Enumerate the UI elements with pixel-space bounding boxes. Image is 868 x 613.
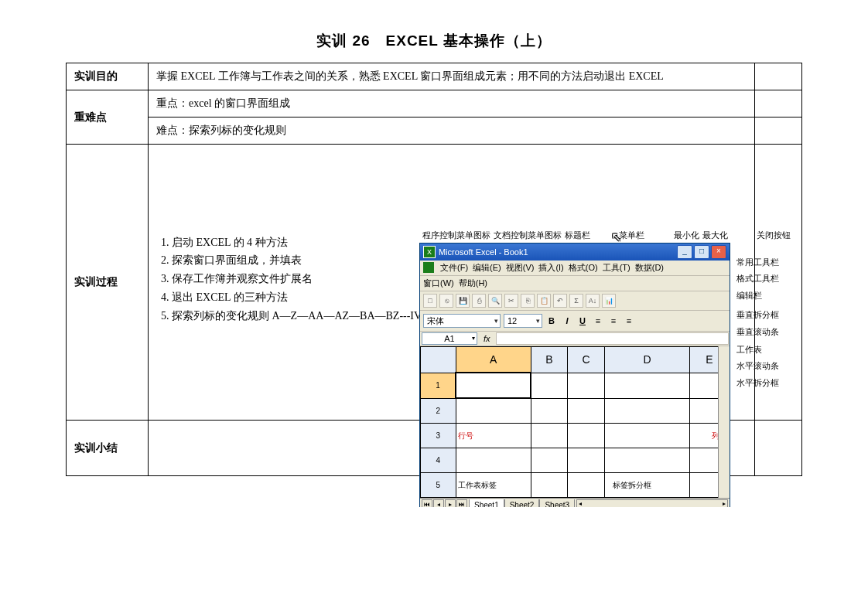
callout-std-toolbar: 常用工具栏 [736,257,779,268]
sheet1-tab[interactable]: Sheet1 [469,499,504,507]
tab-first[interactable]: ⏮ [422,499,432,507]
callout-titlebar: 标题栏 [565,230,590,241]
page-title: 实训 26 EXCEL 基本操作（上） [66,31,802,51]
purpose-label: 实训目的 [67,63,149,90]
col-c[interactable]: C [567,347,604,373]
menubar-2: 窗口(W) 帮助(H) [420,276,730,291]
excel-window: X Microsoft Excel - Book1 ↖ _ □ × 文件(F) … [419,243,730,507]
undo-button[interactable]: ↶ [553,294,567,308]
menu-edit[interactable]: 编辑(E) [473,262,501,274]
row-4[interactable]: 4 [421,448,456,473]
menubar: 文件(F) 编辑(E) 视图(V) 插入(I) 格式(O) 工具(T) 数据(D… [420,261,730,276]
callout-close: 关闭按钮 [757,230,791,241]
new-button[interactable]: □ [423,294,437,308]
menu-window[interactable]: 窗口(W) [423,278,454,289]
callout-worksheet: 工作表 [736,344,779,356]
align-left-button[interactable]: ≡ [592,315,604,327]
fx-label[interactable]: fx [479,332,495,346]
summary-label: 实训小结 [67,421,149,476]
italic-button[interactable]: I [561,315,573,327]
formula-bar[interactable] [496,332,729,345]
purpose-text: 掌握 EXCEL 工作簿与工作表之间的关系，熟悉 EXCEL 窗口界面组成元素；… [149,63,755,90]
menu-format[interactable]: 格式(O) [569,262,598,274]
excel-icon[interactable]: X [423,246,436,258]
callout-doc-icon: 文档控制菜单图标 [494,230,562,241]
callout-vscroll: 垂直滚动条 [736,326,779,338]
name-box[interactable]: A1 [422,332,477,345]
chart-button[interactable]: 📊 [602,294,616,308]
sum-button[interactable]: Σ [569,294,583,308]
copy-button[interactable]: ⎘ [521,294,535,308]
vertical-scrollbar[interactable] [718,346,730,498]
menu-insert[interactable]: 插入(I) [538,262,563,274]
align-right-button[interactable]: ≡ [623,315,635,327]
align-center-button[interactable]: ≡ [607,315,620,327]
cut-button[interactable]: ✂ [504,294,518,308]
side-callouts: 常用工具栏 格式工具栏 编辑栏 垂直拆分框 垂直滚动条 工作表 水平滚动条 水平… [736,257,779,393]
tab-annot[interactable]: 工作表标签 [456,473,531,498]
menu-file[interactable]: 文件(F) [440,262,468,274]
size-combo[interactable]: 12 [504,314,542,328]
minimize-button[interactable]: _ [677,245,692,259]
sheet3-tab[interactable]: Sheet3 [539,499,575,507]
maximize-button[interactable]: □ [694,245,709,259]
format-toolbar: 宋体 12 B I U ≡ ≡ ≡ [420,311,730,332]
top-callouts: 程序控制菜单图标 文档控制菜单图标 标题栏 菜单栏 最小化 最大化 关闭按钮 [419,230,791,241]
process-label: 实训过程 [67,145,149,421]
difficulty-key-check [755,90,802,117]
row-3[interactable]: 3 [421,424,456,448]
difficulty-label: 重难点 [67,90,149,145]
open-button[interactable]: ⎋ [439,294,453,308]
difficulty-key: 重点：excel 的窗口界面组成 [149,90,755,117]
menu-data[interactable]: 数据(D) [635,262,664,274]
preview-button[interactable]: 🔍 [488,294,502,308]
select-all[interactable] [421,347,456,373]
callout-hsplit: 水平拆分框 [736,377,779,389]
row-5[interactable]: 5 [421,473,456,498]
row-annot[interactable]: 行号 [456,424,531,448]
callout-vsplit: 垂直拆分框 [736,309,779,321]
col-b[interactable]: B [531,347,567,373]
paste-button[interactable]: 📋 [537,294,551,308]
bold-button[interactable]: B [545,315,558,327]
worksheet-grid: A B C D E 1 2 3行号列号 4 5工作表标签标签拆分框 [420,346,730,498]
sort-button[interactable]: A↓ [586,294,600,308]
menu-view[interactable]: 视图(V) [506,262,535,274]
horizontal-scrollbar[interactable] [576,499,728,507]
window-title: Microsoft Excel - Book1 [439,247,677,257]
doc-icon[interactable] [423,262,434,273]
callout-min: 最小化 [674,230,699,241]
standard-toolbar: □ ⎋ 💾 ⎙ 🔍 ✂ ⎘ 📋 ↶ Σ A↓ 📊 [420,291,730,311]
callout-max: 最大化 [702,230,728,241]
save-button[interactable]: 💾 [456,294,470,308]
row-2[interactable]: 2 [421,398,456,424]
difficulty-hard-check [755,117,802,145]
callout-menubar: 菜单栏 [619,230,644,241]
underline-button[interactable]: U [576,315,589,327]
callout-hscroll: 水平滚动条 [736,360,779,372]
tab-next[interactable]: ▸ [445,499,456,507]
excel-screenshot: 程序控制菜单图标 文档控制菜单图标 标题栏 菜单栏 最小化 最大化 关闭按钮 常… [419,230,791,507]
training-table: 实训目的 掌握 EXCEL 工作簿与工作表之间的关系，熟悉 EXCEL 窗口界面… [66,63,802,476]
print-button[interactable]: ⎙ [472,294,486,308]
callout-fmt-toolbar: 格式工具栏 [736,273,779,284]
row-1[interactable]: 1 [421,373,456,398]
tab-nav: ⏮ ◂ ▸ ⏭ [420,499,469,507]
sheet-tab-row: ⏮ ◂ ▸ ⏭ Sheet1 Sheet2 Sheet3 [420,498,730,507]
col-d[interactable]: D [605,347,690,373]
callout-formula-bar: 编辑栏 [736,290,779,301]
cell-a1[interactable] [456,373,531,398]
tab-last[interactable]: ⏭ [456,499,467,507]
menu-tools[interactable]: 工具(T) [603,262,630,274]
tab-prev[interactable]: ◂ [433,499,444,507]
purpose-check [755,63,802,90]
col-a[interactable]: A [456,347,531,373]
difficulty-hard: 难点：探索列标的变化规则 [149,117,755,145]
split-annot[interactable]: 标签拆分框 [605,473,690,498]
sheet2-tab[interactable]: Sheet2 [504,499,540,507]
titlebar[interactable]: X Microsoft Excel - Book1 ↖ _ □ × [420,243,730,261]
close-button[interactable]: × [711,245,726,259]
font-combo[interactable]: 宋体 [423,314,501,328]
menu-help[interactable]: 帮助(H) [459,278,487,289]
callout-prog-icon: 程序控制菜单图标 [422,230,490,241]
